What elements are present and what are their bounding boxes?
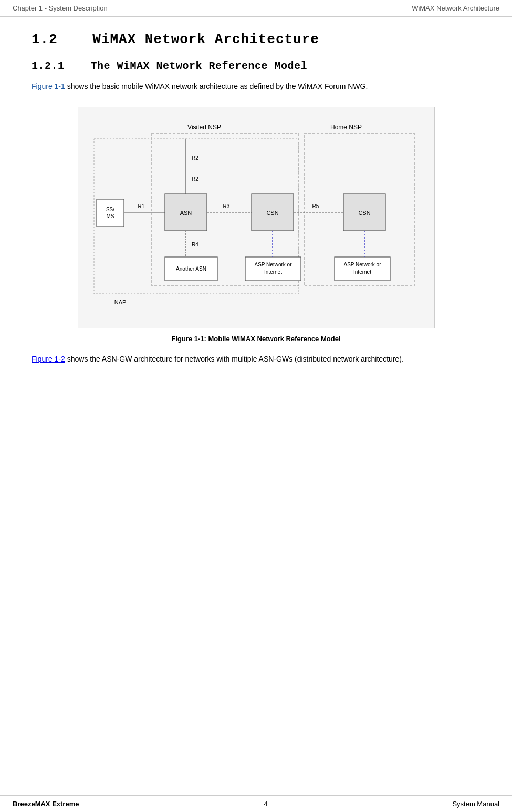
figure-1-1-link[interactable]: Figure 1-1 xyxy=(32,82,65,90)
footer-page-number: 4 xyxy=(264,800,267,808)
figure-1-2-link[interactable]: Figure 1-2 xyxy=(32,355,65,363)
page-header: Chapter 1 - System Description WiMAX Net… xyxy=(0,0,512,17)
figure-1-1-caption: Figure 1-1: Mobile WiMAX Network Referen… xyxy=(171,335,340,343)
svg-text:ASP Network or: ASP Network or xyxy=(254,262,292,268)
diagram-wrapper: Visited NSP Home NSP NAP SS/ MS ASN xyxy=(78,107,435,328)
paragraph-1: Figure 1-1 shows the basic mobile WiMAX … xyxy=(32,80,480,92)
header-left: Chapter 1 - System Description xyxy=(13,4,108,12)
svg-text:Internet: Internet xyxy=(264,269,282,275)
paragraph-1-text: shows the basic mobile WiMAX network arc… xyxy=(65,82,368,90)
svg-text:R4: R4 xyxy=(192,242,198,248)
page-footer: BreezeMAX Extreme 4 System Manual xyxy=(0,795,512,812)
svg-text:Home NSP: Home NSP xyxy=(330,124,361,131)
svg-text:SS/: SS/ xyxy=(106,207,114,212)
section-1-2-1-heading: 1.2.1 The WiMAX Network Reference Model xyxy=(32,60,480,72)
svg-text:R2: R2 xyxy=(192,155,198,161)
svg-text:Internet: Internet xyxy=(353,269,371,275)
svg-text:R2: R2 xyxy=(192,176,198,182)
svg-text:R3: R3 xyxy=(223,203,229,209)
svg-text:ASP Network  or: ASP Network or xyxy=(343,262,381,268)
footer-left: BreezeMAX Extreme xyxy=(13,800,79,808)
header-right: WiMAX Network Architecture xyxy=(412,4,499,12)
paragraph-2-text: shows the ASN-GW architecture for networ… xyxy=(65,355,404,363)
section-1-2-heading: 1.2 WiMAX Network Architecture xyxy=(32,32,480,47)
svg-text:CSN: CSN xyxy=(358,210,370,216)
svg-text:Visited NSP: Visited NSP xyxy=(187,124,221,131)
svg-text:R1: R1 xyxy=(138,203,144,209)
svg-text:MS: MS xyxy=(106,213,114,219)
footer-right: System Manual xyxy=(452,800,499,808)
svg-text:R5: R5 xyxy=(312,203,319,209)
svg-rect-6 xyxy=(97,199,124,227)
network-diagram-svg: Visited NSP Home NSP NAP SS/ MS ASN xyxy=(89,118,425,317)
figure-1-1-container: Visited NSP Home NSP NAP SS/ MS ASN xyxy=(32,107,480,343)
svg-text:CSN: CSN xyxy=(266,210,278,216)
svg-text:NAP: NAP xyxy=(114,299,126,305)
paragraph-2: Figure 1-2 shows the ASN-GW architecture… xyxy=(32,353,480,365)
main-content: 1.2 WiMAX Network Architecture 1.2.1 The… xyxy=(0,17,512,397)
svg-text:ASN: ASN xyxy=(180,210,192,216)
svg-text:Another ASN: Another ASN xyxy=(176,266,206,272)
